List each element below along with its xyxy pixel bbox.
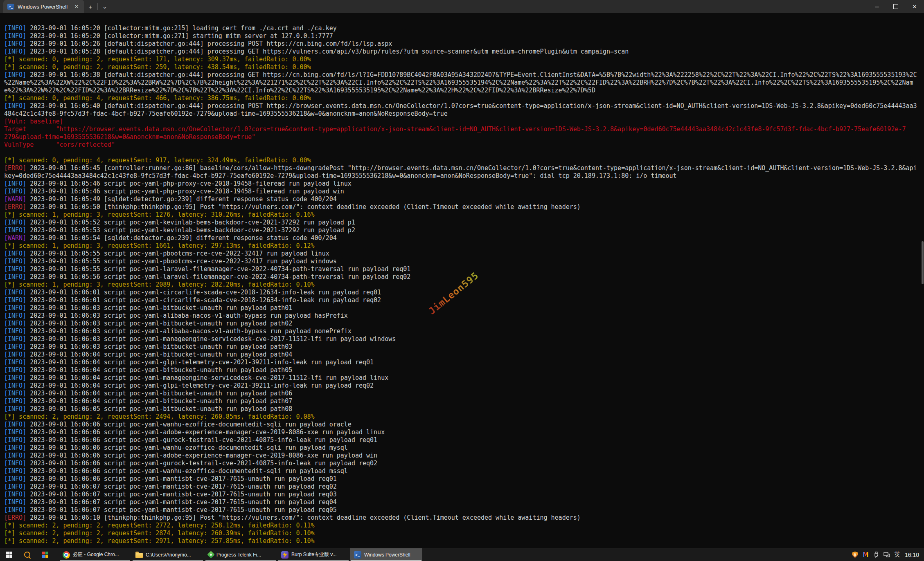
log-segment: 2023-09-01 16:05:52 script poc-yaml-kevi…: [26, 219, 355, 226]
log-line: [*] scanned: 0, pending: 4, requestSent:…: [4, 94, 924, 102]
taskbar-app-folder[interactable]: C:\Users\Anonymo...: [132, 548, 204, 561]
log-tag-star: [*] scanned: 1, pending: 3, requestSent:…: [4, 281, 315, 288]
log-line: [INFO] 2023-09-01 16:06:03 script poc-ya…: [4, 343, 924, 351]
search-button[interactable]: [18, 548, 36, 561]
ime-indicator[interactable]: 英: [894, 551, 900, 559]
log-line: [INFO] 2023-09-01 16:06:03 script poc-ya…: [4, 304, 924, 312]
log-line: [INFO] 2023-09-01 16:06:05 script poc-ya…: [4, 405, 924, 413]
taskbar-app-label: Windows PowerShell: [364, 552, 410, 558]
log-line: [*] scanned: 2, pending: 2, requestSent:…: [4, 530, 924, 537]
log-tag-info: [INFO]: [4, 312, 26, 319]
log-line: VulnType "cors/reflected": [4, 141, 924, 149]
log-tag-info: [INFO]: [4, 343, 26, 350]
log-line: [INFO] 2023-09-01 16:06:06 script poc-ya…: [4, 467, 924, 475]
log-tag-info: [INFO]: [4, 304, 26, 312]
log-line: [INFO] 2023-09-01 16:06:04 script poc-ya…: [4, 390, 924, 397]
tab-windows-powershell[interactable]: >_ Windows PowerShell ✕: [3, 0, 84, 13]
log-line: [INFO] 2023-09-01 16:05:55 script poc-ya…: [4, 250, 924, 258]
log-tag-info: [INFO]: [4, 483, 26, 490]
log-tag-info: [INFO]: [4, 397, 26, 405]
restore-button[interactable]: [886, 0, 905, 13]
log-line: [INFO] 2023-09-01 16:05:46 script poc-ya…: [4, 188, 924, 195]
log-line: [*] scanned: 0, pending: 2, requestSent:…: [4, 63, 924, 71]
gmail-icon[interactable]: M: [862, 551, 869, 558]
log-segment: 2023-09-01 16:06:05 script poc-yaml-bitb…: [26, 405, 292, 413]
taskbar-app-label: Progress Telerik Fi...: [216, 552, 261, 558]
taskbar-app-fiddler[interactable]: Progress Telerik Fi...: [205, 548, 277, 561]
log-segment: 2023-09-01 16:06:06 script poc-yaml-guro…: [26, 460, 377, 467]
log-tag-info: [INFO]: [4, 296, 26, 304]
log-segment: 2023-09-01 16:05:46 script poc-yaml-php-…: [26, 188, 344, 195]
fiddler-icon: [207, 551, 214, 558]
log-tag-info: [INFO]: [4, 498, 26, 506]
start-button[interactable]: [0, 548, 18, 561]
scrollbar-thumb[interactable]: [922, 241, 924, 284]
log-tag-info: [INFO]: [4, 405, 26, 413]
log-line: [INFO] 2023-09-01 16:05:53 script poc-ya…: [4, 227, 924, 234]
close-button[interactable]: ✕: [905, 0, 924, 13]
log-line: [INFO] 2023-09-01 16:06:06 script poc-ya…: [4, 429, 924, 436]
antivirus-shield-icon[interactable]: [852, 551, 859, 558]
log-line: [INFO] 2023-09-01 16:06:04 script poc-ya…: [4, 374, 924, 382]
log-line: 279&upload-time=1693555536218&w=0&anonck…: [4, 133, 924, 141]
log-tag-info: [INFO]: [4, 382, 26, 389]
log-line: [INFO] 2023-09-01 16:06:04 script poc-ya…: [4, 359, 924, 366]
log-tag-info: [INFO]: [4, 429, 26, 436]
log-line: [INFO] 2023-09-01 16:06:07 script poc-ya…: [4, 491, 924, 498]
log-segment: 2023-09-01 16:06:04 script poc-yaml-glpi…: [26, 359, 374, 366]
taskbar-app-burp[interactable]: Burp Suite专业版 v...: [277, 548, 349, 561]
log-segment: 2023-09-01 16:05:55 script poc-yaml-lara…: [26, 265, 410, 273]
taskbar-app-powershell[interactable]: >_Windows PowerShell: [350, 548, 422, 561]
usb-eject-icon[interactable]: [873, 551, 880, 558]
taskbar-app-chrome[interactable]: 必应 - Google Chro...: [59, 548, 131, 561]
tab-close-icon[interactable]: ✕: [73, 3, 80, 10]
taskbar-app-label: Burp Suite专业版 v...: [291, 551, 336, 558]
search-icon: [24, 552, 30, 558]
log-tag-info: [INFO]: [4, 71, 26, 79]
log-line: [INFO] 2023-09-01 16:06:03 script poc-ya…: [4, 335, 924, 343]
log-segment: 2023-09-01 16:06:01 script poc-yaml-circ…: [26, 289, 381, 296]
terminal-viewport[interactable]: [INFO] 2023-09-01 16:05:20 [collector:mi…: [0, 13, 924, 548]
task-view-button[interactable]: [36, 548, 54, 561]
log-segment: 2023-09-01 16:06:03 script poc-yaml-bitb…: [26, 304, 292, 312]
log-tag-info: [INFO]: [4, 374, 26, 381]
taskbar-clock[interactable]: 16:10: [905, 552, 919, 558]
log-line: [INFO] 2023-09-01 16:06:01 script poc-ya…: [4, 296, 924, 304]
log-tag-star: [*] scanned: 0, pending: 2, requestSent:…: [4, 63, 311, 71]
log-segment: 2023-09-01 16:06:06 script poc-yaml-adob…: [26, 452, 377, 459]
burp-icon: [281, 551, 288, 559]
shield-icon: [852, 552, 858, 558]
log-tag-info: [INFO]: [4, 359, 26, 366]
task-view-icon: [42, 552, 48, 558]
log-tag-info: [INFO]: [4, 506, 26, 514]
log-segment: 2023-09-01 16:06:06 script poc-yaml-wanh…: [26, 444, 348, 451]
log-segment: 2023-09-01 16:06:03 script poc-yaml-alib…: [26, 312, 348, 319]
log-segment: 2023-09-01 16:06:06 script poc-yaml-adob…: [26, 429, 385, 436]
log-line: [Vuln: baseline]: [4, 118, 924, 126]
log-line: [INFO] 2023-09-01 16:06:07 script poc-ya…: [4, 483, 924, 491]
log-tag-info: [INFO]: [4, 273, 26, 280]
network-icon[interactable]: [883, 551, 890, 558]
log-line: [*] scanned: 1, pending: 3, requestSent:…: [4, 211, 924, 219]
log-segment: 2023-09-01 16:05:20 [collector:mitm.go:2…: [26, 25, 337, 32]
log-tag-star: [*] scanned: 0, pending: 4, requestSent:…: [4, 94, 311, 102]
restore-icon: [893, 4, 898, 9]
tab-dropdown-button[interactable]: ⌄: [99, 0, 111, 13]
log-line: [INFO] 2023-09-01 16:05:20 [collector:mi…: [4, 25, 924, 32]
log-tag-info: [INFO]: [4, 25, 26, 32]
log-segment: 2023-09-01 16:05:53 script poc-yaml-kevi…: [26, 227, 355, 234]
log-tag-info: [INFO]: [4, 265, 26, 273]
caption-controls: ─ ✕: [868, 0, 924, 13]
log-line: [*] scanned: 0, pending: 2, requestSent:…: [4, 56, 924, 63]
log-tag-info: [INFO]: [4, 289, 26, 296]
log-tag-info: [INFO]: [4, 475, 26, 482]
log-line: [INFO] 2023-09-01 16:05:20 [collector:mi…: [4, 32, 924, 40]
log-tag-erro: [ERRO]: [4, 164, 26, 172]
log-line: %22Name%22%3A%22XW%22%2C%22FID%22%3A%22B…: [4, 79, 924, 87]
minimize-button[interactable]: ─: [868, 0, 886, 13]
log-tag-info: [INFO]: [4, 444, 26, 451]
chrome-icon: [63, 551, 70, 559]
usb-icon: [873, 552, 879, 558]
log-tag-info: [INFO]: [4, 436, 26, 444]
new-tab-button[interactable]: +: [84, 0, 97, 13]
